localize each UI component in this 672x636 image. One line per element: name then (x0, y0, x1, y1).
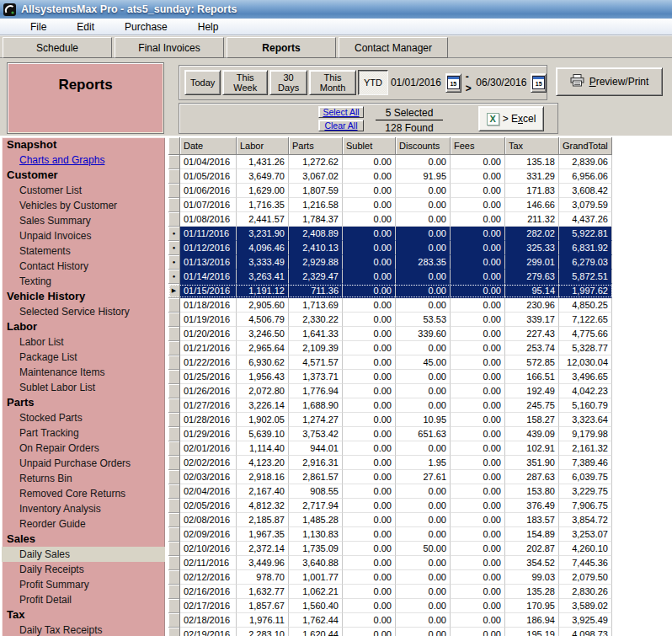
table-row[interactable]: 01/08/20162,441.571,784.370.000.000.0021… (168, 212, 613, 227)
row-selector[interactable] (168, 384, 180, 398)
column-header-discounts[interactable]: Discounts (396, 137, 451, 155)
select-all-button[interactable]: Select All (318, 106, 364, 118)
column-header-grandtotal[interactable]: GrandTotal (559, 137, 612, 155)
row-selector[interactable] (168, 513, 180, 527)
column-header-tax[interactable]: Tax (505, 137, 559, 155)
row-selector[interactable] (168, 298, 180, 313)
table-row[interactable]: 01/07/20161,716.351,216.580.000.000.0014… (168, 198, 613, 212)
column-header-parts[interactable]: Parts (289, 137, 343, 155)
row-selector[interactable] (168, 499, 180, 513)
table-row[interactable]: 02/17/20161,857.671,560.400.000.000.0017… (168, 599, 613, 613)
table-row[interactable]: ●01/11/20163,231.902,408.890.000.000.002… (168, 227, 613, 241)
tab-contact-manager[interactable]: Contact Manager (339, 37, 448, 58)
sidebar-item-unpaid-purchase-orders[interactable]: Unpaid Purchase Orders (2, 456, 165, 471)
row-selector[interactable] (168, 456, 180, 470)
table-row[interactable]: 02/19/20162,283.101,620.440.000.000.0019… (168, 628, 613, 636)
sidebar-item-package-list[interactable]: Package List (2, 350, 165, 365)
preview-print-button[interactable]: Preview/Print (556, 67, 663, 96)
sidebar-item-contact-history[interactable]: Contact History (2, 259, 165, 274)
table-row[interactable]: ●01/13/20163,333.492,929.880.00283.350.0… (168, 255, 613, 270)
row-selector[interactable] (168, 155, 180, 169)
sidebar-item-sublet-labor-list[interactable]: Sublet Labor List (2, 380, 165, 395)
row-selector[interactable] (168, 527, 180, 542)
row-selector[interactable] (168, 355, 180, 370)
row-selector[interactable] (168, 327, 180, 341)
table-row[interactable]: 02/05/20164,812.322,717.940.000.000.0037… (168, 499, 613, 513)
table-row[interactable]: 02/11/20163,449.963,640.880.000.000.0035… (168, 556, 613, 570)
filter-button-ytd[interactable]: YTD (358, 70, 388, 95)
row-selector[interactable] (168, 413, 180, 427)
column-header-labor[interactable]: Labor (237, 137, 289, 155)
row-selector[interactable] (168, 628, 180, 636)
table-row[interactable]: ▶01/15/20161,191.12711.360.000.000.0095.… (168, 284, 613, 298)
row-selector[interactable] (168, 613, 180, 628)
row-selector[interactable] (168, 484, 180, 499)
sidebar-item-daily-tax-receipts[interactable]: Daily Tax Receipts (2, 623, 165, 636)
table-row[interactable]: 02/01/20161,114.40944.010.000.000.00102.… (168, 441, 613, 456)
row-selector[interactable]: ● (168, 227, 180, 241)
tab-final-invoices[interactable]: Final Invoices (115, 37, 224, 58)
table-row[interactable]: 01/19/20164,506.792,330.220.0053.530.003… (168, 313, 613, 327)
table-row[interactable]: 01/04/20161,431.261,272.620.000.000.0013… (168, 155, 613, 169)
filter-button-this-month[interactable]: This Month (309, 70, 356, 95)
table-row[interactable]: 01/22/20166,930.624,571.570.0045.000.005… (168, 355, 613, 370)
row-selector[interactable] (168, 313, 180, 327)
row-selector[interactable] (168, 427, 180, 441)
row-selector[interactable] (168, 542, 180, 556)
clear-all-button[interactable]: Clear All (318, 120, 364, 131)
table-row[interactable]: 02/16/20161,632.771,062.210.000.000.0013… (168, 585, 613, 599)
menu-item-file[interactable]: File (30, 21, 46, 33)
excel-export-button[interactable]: X > Excel (478, 106, 544, 131)
sidebar-item-daily-receipts[interactable]: Daily Receipts (2, 562, 165, 577)
sidebar-item-sales-summary[interactable]: Sales Summary (2, 213, 165, 228)
row-selector[interactable]: ● (168, 241, 180, 255)
row-selector[interactable] (168, 441, 180, 456)
menu-item-purchase[interactable]: Purchase (125, 21, 168, 33)
sidebar-item-labor-list[interactable]: Labor List (2, 334, 165, 350)
row-selector[interactable] (168, 341, 180, 355)
table-row[interactable]: 01/28/20161,902.051,274.270.0010.950.001… (168, 413, 613, 427)
table-row[interactable]: ●01/12/20164,096.462,410.130.000.000.003… (168, 241, 613, 255)
tab-schedule[interactable]: Schedule (3, 37, 112, 58)
table-row[interactable]: 01/25/20161,956.431,373.710.000.000.0016… (168, 370, 613, 384)
table-row[interactable]: 02/12/2016978.701,001.770.000.000.0099.0… (168, 570, 613, 585)
sidebar-item-selected-service-history[interactable]: Selected Service History (2, 304, 165, 319)
filter-button-this-week[interactable]: This Week (222, 70, 268, 95)
column-header-fees[interactable]: Fees (451, 137, 505, 155)
row-selector[interactable] (168, 585, 180, 599)
column-header-date[interactable]: Date (180, 137, 237, 155)
menu-item-edit[interactable]: Edit (77, 21, 94, 33)
row-selector[interactable] (168, 470, 180, 484)
filter-button-30-days[interactable]: 30 Days (269, 70, 307, 95)
sidebar-item-statements[interactable]: Statements (2, 243, 165, 259)
sidebar-item-customer-list[interactable]: Customer List (2, 183, 165, 198)
menu-item-help[interactable]: Help (198, 21, 219, 33)
table-row[interactable]: 01/06/20161,629.001,807.590.000.000.0017… (168, 184, 613, 198)
sidebar-item-inventory-analysis[interactable]: Inventory Analysis (2, 501, 165, 516)
row-selector[interactable] (168, 398, 180, 413)
table-row[interactable]: 01/26/20162,072.801,776.940.000.000.0019… (168, 384, 613, 398)
table-row[interactable]: ●01/14/20163,263.412,329.470.000.000.002… (168, 270, 613, 284)
row-selector[interactable]: ● (168, 255, 180, 270)
table-row[interactable]: 02/18/20161,976.111,762.440.000.000.0018… (168, 613, 613, 628)
table-row[interactable]: 01/05/20163,649.703,067.020.0091.950.003… (168, 169, 613, 184)
sidebar-item-daily-sales[interactable]: Daily Sales (2, 547, 165, 562)
table-row[interactable]: 02/03/20162,918.162,861.570.0027.610.002… (168, 470, 613, 484)
table-row[interactable]: 02/08/20162,185.871,485.280.000.000.0018… (168, 513, 613, 527)
tab-reports[interactable]: Reports (227, 37, 336, 58)
sidebar-item-reorder-guide[interactable]: Reorder Guide (2, 516, 165, 532)
table-row[interactable]: 01/21/20162,965.642,109.390.000.000.0025… (168, 341, 613, 355)
row-selector[interactable] (168, 599, 180, 613)
sidebar-item-maintenance-items[interactable]: Maintenance Items (2, 365, 165, 380)
row-selector[interactable] (168, 556, 180, 570)
calendar-from-button[interactable]: 15 (445, 73, 461, 93)
row-selector[interactable] (168, 212, 180, 227)
sidebar-item-returns-bin[interactable]: Returns Bin (2, 471, 165, 486)
table-row[interactable]: 01/27/20163,226.141,688.900.000.000.0024… (168, 398, 613, 413)
column-header-sublet[interactable]: Sublet (343, 137, 396, 155)
row-selector[interactable] (168, 169, 180, 184)
table-row[interactable]: 02/10/20162,372.141,735.090.0050.000.002… (168, 542, 613, 556)
sidebar-item-profit-summary[interactable]: Profit Summary (2, 577, 165, 592)
sidebar-item-stocked-parts[interactable]: Stocked Parts (2, 410, 165, 425)
row-selector[interactable] (168, 570, 180, 585)
